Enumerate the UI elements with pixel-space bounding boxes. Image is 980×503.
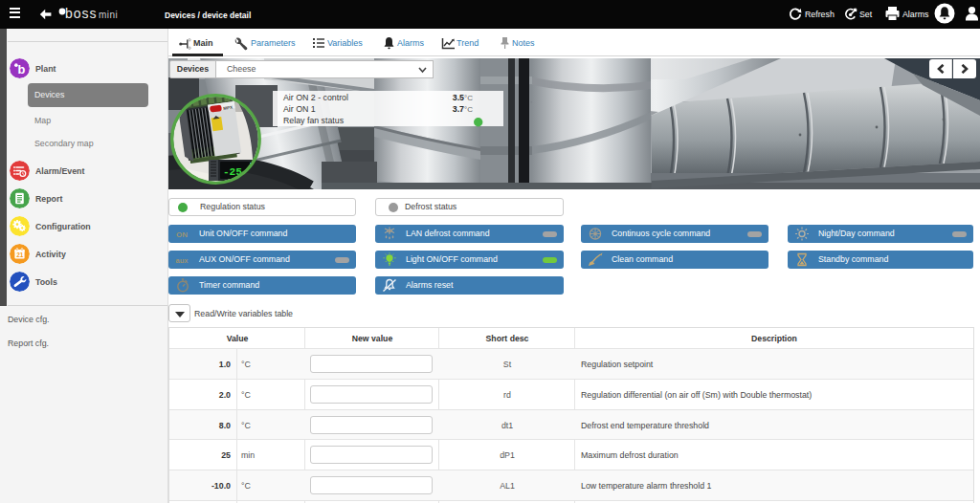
svg-text:ON: ON [176, 230, 188, 239]
svg-text:aux: aux [176, 256, 189, 265]
svg-text:21: 21 [16, 252, 24, 258]
svg-text:b: b [18, 62, 26, 77]
